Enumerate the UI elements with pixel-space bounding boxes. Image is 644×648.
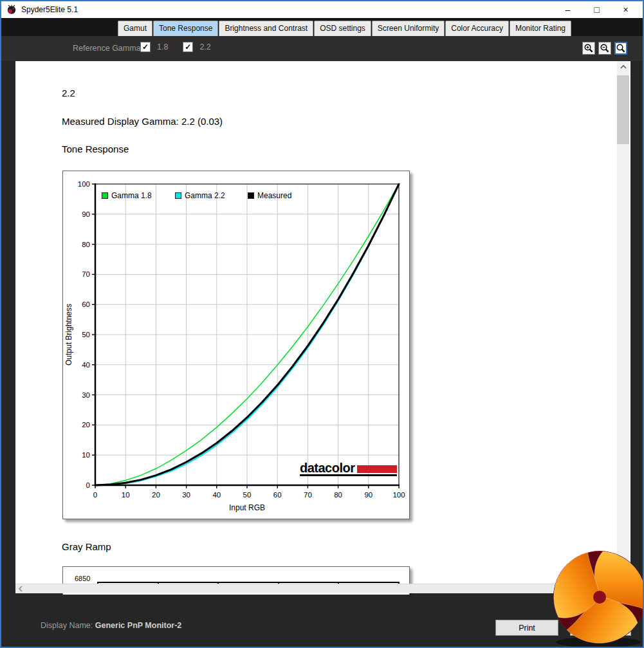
tone-response-heading: Tone Response	[62, 143, 129, 154]
zoom-fit-icon[interactable]	[614, 42, 627, 55]
svg-text:50: 50	[243, 491, 252, 499]
svg-text:Input RGB: Input RGB	[229, 503, 265, 512]
datacolor-logo-text: datacolor	[300, 462, 355, 474]
svg-text:100: 100	[392, 491, 405, 499]
gray-ramp-first-tick-label: 6850	[75, 575, 90, 582]
gamma-value-heading: 2.2	[62, 88, 75, 98]
zoom-in-icon[interactable]	[582, 42, 595, 55]
vertical-scrollbar[interactable]	[617, 61, 629, 584]
datacolor-logo: datacolor	[300, 462, 397, 476]
display-name: Display Name: Generic PnP Monitor-2	[41, 621, 181, 630]
scroll-up-arrow[interactable]	[617, 61, 629, 73]
minimize-button[interactable]: –	[553, 1, 582, 18]
svg-text:90: 90	[364, 491, 373, 499]
legend-item-gamma-2.2: Gamma 2.2	[175, 191, 225, 200]
tab-screen-uniformity[interactable]: Screen Uniformity	[372, 21, 445, 36]
svg-text:0: 0	[93, 491, 97, 499]
tab-monitor-rating[interactable]: Monitor Rating	[510, 21, 571, 36]
maximize-button[interactable]: □	[582, 1, 611, 18]
gamma-1.8-checkbox[interactable]: ✓	[140, 42, 151, 52]
legend-swatch	[248, 192, 254, 199]
svg-text:20: 20	[82, 421, 90, 429]
svg-text:90: 90	[82, 210, 90, 218]
svg-text:80: 80	[82, 241, 90, 248]
content-panel: 2.2 Measured Display Gamma: 2.2 (0.03) T…	[15, 61, 630, 595]
close-button[interactable]: ×	[611, 1, 640, 18]
gamma-2.2-checkbox[interactable]: ✓	[183, 42, 193, 52]
svg-text:60: 60	[273, 491, 282, 499]
display-name-value: Generic PnP Monitor-2	[95, 621, 182, 630]
tab-strip: GamutTone ResponseBrightness and Contras…	[118, 20, 572, 36]
tab-tone-response[interactable]: Tone Response	[153, 21, 218, 36]
svg-text:10: 10	[82, 451, 90, 459]
kitguru-logo	[548, 547, 644, 648]
gamma-2.2-label: 2.2	[199, 42, 210, 51]
legend-item-gamma-1.8: Gamma 1.8	[102, 191, 152, 200]
legend-swatch	[175, 192, 181, 199]
legend-item-measured: Measured	[248, 191, 291, 200]
tone-response-chart: 0102030405060708090100010203040506070809…	[62, 171, 410, 519]
reference-gamma-label: Reference Gamma:	[73, 44, 143, 53]
svg-text:40: 40	[82, 361, 90, 369]
tab-osd-settings[interactable]: OSD settings	[314, 21, 371, 36]
tab-gamut[interactable]: Gamut	[118, 21, 152, 36]
svg-text:100: 100	[78, 180, 90, 188]
title-bar: Spyder5Elite 5.1 – □ ×	[1, 1, 643, 18]
tab-brightness-and-contrast[interactable]: Brightness and Contrast	[219, 21, 313, 36]
svg-text:10: 10	[122, 491, 130, 499]
svg-text:50: 50	[82, 331, 90, 338]
header: GamutTone ResponseBrightness and Contras…	[1, 18, 643, 61]
svg-text:0: 0	[86, 481, 90, 489]
gray-ramp-axis-line	[97, 582, 400, 583]
svg-text:20: 20	[152, 491, 160, 499]
window-title: Spyder5Elite 5.1	[21, 5, 78, 14]
svg-text:40: 40	[212, 491, 221, 499]
svg-text:60: 60	[82, 301, 90, 308]
horizontal-scrollbar[interactable]	[15, 584, 630, 593]
svg-text:30: 30	[182, 491, 190, 499]
gray-ramp-heading: Gray Ramp	[62, 541, 111, 552]
svg-text:80: 80	[334, 491, 342, 499]
legend-swatch	[102, 192, 108, 199]
toolbar: Reference Gamma: ✓1.8✓2.2	[1, 36, 643, 61]
svg-text:70: 70	[304, 491, 312, 499]
zoom-out-icon[interactable]	[598, 42, 611, 55]
vertical-scrollbar-thumb[interactable]	[617, 75, 629, 144]
measured-gamma-text: Measured Display Gamma: 2.2 (0.03)	[62, 116, 223, 127]
gamma-1.8-label: 1.8	[157, 42, 168, 51]
display-name-label: Display Name:	[41, 621, 93, 630]
datacolor-logo-red-bar	[357, 465, 397, 473]
svg-text:30: 30	[82, 391, 90, 399]
zoom-button-group	[582, 42, 627, 55]
bottom-bar: Display Name: Generic PnP Monitor-2 Prin…	[1, 593, 643, 648]
tab-color-accuracy[interactable]: Color Accuracy	[445, 21, 509, 36]
scroll-left-arrow[interactable]	[15, 584, 26, 594]
spyder-app-icon	[6, 5, 17, 15]
app-window: Spyder5Elite 5.1 – □ × GamutTone Respons…	[0, 0, 644, 648]
svg-text:Output Brightness: Output Brightness	[64, 304, 73, 366]
reference-gamma-checkboxes: ✓1.8✓2.2	[140, 42, 226, 52]
svg-text:70: 70	[82, 270, 90, 278]
